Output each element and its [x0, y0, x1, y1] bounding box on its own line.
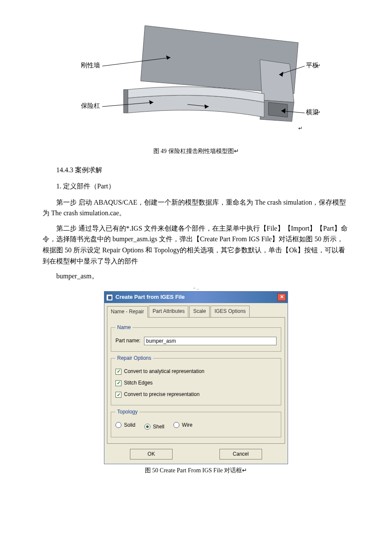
ok-button[interactable]: OK — [130, 449, 173, 460]
cancel-button[interactable]: Cancel — [219, 449, 262, 460]
radio-solid[interactable]: Solid — [115, 421, 135, 429]
tab-scale[interactable]: Scale — [189, 306, 210, 317]
checkbox-stitch[interactable]: Stitch Edges — [115, 379, 153, 387]
figure-50-caption: 图 50 Create Part From IGS File 对话框↵ — [43, 466, 349, 475]
tab-iges-options[interactable]: IGES Options — [210, 306, 249, 317]
radio-icon — [173, 422, 179, 428]
radio-wire[interactable]: Wire — [173, 421, 193, 429]
section-subtitle: 1. 定义部件（Part） — [43, 181, 349, 192]
legend-topology: Topology — [115, 408, 139, 416]
radio-icon — [144, 424, 150, 430]
checkbox-precise[interactable]: Convert to precise representation — [115, 390, 199, 399]
radio-wire-label: Wire — [182, 421, 193, 429]
svg-marker-1 — [260, 60, 294, 102]
radio-shell-label: Shell — [153, 423, 164, 431]
tab-name-repair[interactable]: Name - Repair — [107, 306, 148, 318]
paragraph-bumper-asm: bumper_asm。 — [43, 271, 349, 282]
dialog-titlebar: ▦Create Part from IGES File ✕ — [104, 292, 288, 303]
close-icon[interactable]: ✕ — [277, 293, 286, 301]
figure-49-caption: 图 49 保险杠撞击刚性墙模型图↵ — [43, 147, 349, 156]
app-icon: ▦ — [106, 294, 113, 301]
check-icon — [115, 380, 121, 386]
radio-shell[interactable]: Shell — [144, 423, 164, 431]
create-part-dialog: ▦Create Part from IGES File ✕ Name - Rep… — [104, 291, 288, 464]
svg-text:↵: ↵ — [298, 125, 303, 131]
svg-text:↵: ↵ — [316, 110, 320, 116]
dialog-title: Create Part from IGES File — [115, 294, 185, 300]
svg-text:↵: ↵ — [316, 63, 320, 69]
part-name-input[interactable] — [144, 337, 277, 345]
svg-marker-4 — [124, 90, 128, 113]
label-bumper: 保险杠 — [81, 102, 100, 109]
legend-name: Name — [115, 324, 133, 332]
legend-repair: Repair Options — [115, 354, 153, 362]
radio-solid-label: Solid — [124, 421, 135, 429]
section-number: 14.4.3 案例求解 — [43, 165, 349, 176]
tab-part-attributes[interactable]: Part Attributes — [149, 306, 188, 317]
radio-icon — [115, 422, 121, 428]
checkbox-analytical-label: Convert to analytical representation — [124, 367, 205, 376]
checkbox-stitch-label: Stitch Edges — [124, 379, 153, 387]
fieldset-topology: Topology Solid Shell Wire — [111, 408, 281, 437]
part-name-label: Part name: — [115, 337, 141, 345]
figure-49: 刚性墙 保险杠 平板 横梁 ↵ ↵ ↵ 图 49 保险杠撞击刚性墙模型图↵ — [43, 17, 349, 156]
checkbox-analytical[interactable]: Convert to analytical representation — [115, 367, 205, 376]
label-rigidwall: 刚性墙 — [81, 62, 100, 69]
paragraph-step2: 第二步 通过导入已有的*.IGS 文件来创建各个部件，在主菜单中执行【File】… — [43, 223, 349, 266]
checkbox-precise-label: Convert to precise representation — [124, 390, 199, 399]
bumper-model-svg: 刚性墙 保险杠 平板 横梁 ↵ ↵ ↵ — [68, 17, 324, 145]
fieldset-name: Name Part name: — [111, 324, 281, 352]
check-icon — [115, 392, 121, 398]
check-icon — [115, 369, 121, 375]
dialog-panel: Name Part name: Repair Options Convert t… — [107, 317, 285, 444]
dialog-tabs: Name - Repair Part Attributes Scale IGES… — [104, 303, 288, 317]
fieldset-repair: Repair Options Convert to analytical rep… — [111, 354, 281, 405]
paragraph-step1: 第一步 启动 ABAQUS/CAE，创建一个新的模型数据库，重命名为 The c… — [43, 197, 349, 219]
